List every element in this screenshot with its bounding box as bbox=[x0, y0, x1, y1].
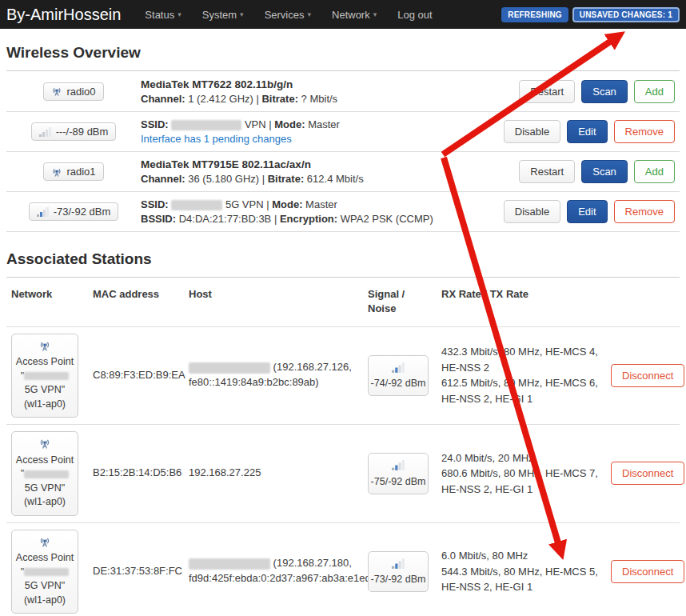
add-button[interactable]: Add bbox=[634, 160, 675, 183]
redacted-hostname bbox=[189, 362, 270, 374]
tx-rate: 680.6 Mbit/s, 80 MHz, HE-MCS 7, HE-NSS 2… bbox=[441, 466, 600, 497]
antenna-icon bbox=[51, 86, 62, 97]
chevron-down-icon: ▾ bbox=[373, 10, 377, 18]
signal-bars-icon bbox=[37, 207, 50, 217]
network-badge-ssid: 5G VPN" bbox=[14, 383, 76, 398]
bssid-line: BSSID: D4:DA:21:77:BD:3B | Encryption: W… bbox=[141, 213, 504, 225]
signal-bars-icon bbox=[392, 558, 405, 569]
network-badge: Access Point " 5G VPN" (wl1-ap0) bbox=[11, 530, 78, 614]
tx-rate: 544.3 Mbit/s, 80 MHz, HE-MCS 5, HE-NSS 2… bbox=[441, 564, 600, 595]
wireless-overview-table: radio0 MediaTek MT7622 802.11b/g/n Chann… bbox=[6, 71, 680, 232]
signal-bars-icon bbox=[392, 362, 405, 373]
network-badge-ifname: (wl1-ap0) bbox=[14, 398, 76, 412]
chevron-down-icon: ▾ bbox=[307, 10, 311, 18]
signal-badge-label: ---/-89 dBm bbox=[56, 126, 109, 138]
disconnect-button[interactable]: Disconnect bbox=[611, 462, 684, 485]
rate-cell: 24.0 Mbit/s, 20 MHz 680.6 Mbit/s, 80 MHz… bbox=[441, 450, 611, 498]
disconnect-button[interactable]: Disconnect bbox=[611, 364, 684, 387]
redacted-text bbox=[24, 470, 69, 478]
radio-device-detail: Channel: 1 (2.412 GHz) | Bitrate: ? Mbit… bbox=[141, 93, 519, 105]
network-badge-type: Access Point bbox=[14, 551, 76, 566]
network-badge: Access Point " 5G VPN" (wl1-ap0) bbox=[11, 431, 78, 516]
nav-item-network[interactable]: Network ▾ bbox=[332, 9, 377, 21]
network-badge-ssid-redacted: " bbox=[14, 467, 76, 482]
radio-device-title: MediaTek MT7622 802.11b/g/n bbox=[141, 78, 519, 90]
remove-button[interactable]: Remove bbox=[614, 200, 675, 223]
col-header-mac: MAC address bbox=[93, 287, 189, 302]
network-badge-type: Access Point bbox=[14, 355, 76, 370]
nav-item-system[interactable]: System ▾ bbox=[202, 9, 244, 21]
wifi-network-row: ---/-89 dBm SSID: VPN | Mode: Master Int… bbox=[6, 111, 680, 151]
radio1-row: radio1 MediaTek MT7915E 802.11ac/ax/n Ch… bbox=[6, 151, 680, 191]
disconnect-button[interactable]: Disconnect bbox=[611, 560, 684, 583]
signal-badge-label: -73/-92 dBm bbox=[370, 574, 426, 585]
antenna-icon bbox=[51, 166, 62, 178]
station-row: Access Point " 5G VPN" (wl1-ap0) DE:31:3… bbox=[6, 522, 680, 616]
edit-button[interactable]: Edit bbox=[567, 120, 607, 143]
rx-rate: 24.0 Mbit/s, 20 MHz bbox=[441, 450, 600, 466]
rx-rate: 6.0 Mbit/s, 80 MHz bbox=[441, 548, 600, 564]
ssid-line: SSID: VPN | Mode: Master bbox=[141, 118, 504, 130]
radio0-row: radio0 MediaTek MT7622 802.11b/g/n Chann… bbox=[6, 71, 680, 111]
app-title: By-AmirHossein bbox=[6, 6, 121, 24]
edit-button[interactable]: Edit bbox=[567, 200, 607, 223]
restart-button[interactable]: Restart bbox=[519, 160, 575, 183]
host-cell: (192.168.27.126, fe80::1419:84a9:b2bc:89… bbox=[189, 360, 368, 390]
radio1-badge: radio1 bbox=[43, 162, 103, 181]
add-button[interactable]: Add bbox=[634, 80, 675, 103]
col-header-rate: RX Rate / TX Rate bbox=[441, 287, 611, 302]
mac-address: B2:15:2B:14:D5:B6 bbox=[93, 466, 189, 481]
nav-item-logout[interactable]: Log out bbox=[397, 9, 432, 21]
redacted-ssid bbox=[171, 120, 241, 130]
signal-badge: ---/-89 dBm bbox=[31, 122, 117, 141]
remove-button[interactable]: Remove bbox=[614, 120, 675, 143]
scan-button[interactable]: Scan bbox=[581, 160, 628, 183]
scan-button[interactable]: Scan bbox=[581, 80, 628, 103]
tx-rate: 612.5 Mbit/s, 80 MHz, HE-MCS 6, HE-NSS 2… bbox=[441, 375, 600, 406]
redacted-text bbox=[24, 372, 69, 380]
station-row: Access Point " 5G VPN" (wl1-ap0) C8:89:F… bbox=[6, 326, 680, 425]
nav-menu: Status ▾ System ▾ Services ▾ Network ▾ L… bbox=[145, 9, 432, 21]
network-badge-type: Access Point bbox=[14, 454, 76, 468]
disable-button[interactable]: Disable bbox=[504, 120, 560, 143]
nav-item-label: System bbox=[202, 9, 237, 21]
network-badge-ifname: (wl1-ap0) bbox=[14, 594, 76, 608]
signal-badge-label: -73/-92 dBm bbox=[54, 206, 111, 218]
radio-device-detail: Channel: 36 (5.180 GHz) | Bitrate: 612.4… bbox=[141, 173, 519, 185]
rate-cell: 6.0 Mbit/s, 80 MHz 544.3 Mbit/s, 80 MHz,… bbox=[441, 548, 611, 595]
disable-button[interactable]: Disable bbox=[504, 200, 560, 223]
stations-table: Network MAC address Host Signal / Noise … bbox=[6, 277, 680, 616]
host-cell: (192.168.27.180, fd9d:425f:ebda:0:2d37:a… bbox=[189, 556, 368, 586]
signal-badge: -73/-92 dBm bbox=[368, 551, 429, 593]
nav-item-label: Status bbox=[145, 9, 174, 21]
network-badge-ssid: 5G VPN" bbox=[14, 579, 76, 594]
ssid-line: SSID: 5G VPN | Mode: Master bbox=[141, 198, 504, 210]
nav-item-services[interactable]: Services ▾ bbox=[265, 9, 311, 21]
nav-item-status[interactable]: Status ▾ bbox=[145, 9, 181, 21]
host-cell: 192.168.27.225 bbox=[189, 466, 368, 481]
signal-badge: -75/-92 dBm bbox=[368, 453, 429, 494]
signal-badge: -73/-92 dBm bbox=[29, 202, 119, 221]
col-header-signal: Signal / Noise bbox=[368, 287, 416, 316]
stations-table-header: Network MAC address Host Signal / Noise … bbox=[6, 277, 680, 326]
signal-badge: -74/-92 dBm bbox=[368, 355, 429, 397]
mac-address: C8:89:F3:ED:B9:EA bbox=[93, 368, 189, 383]
radio-badge-label: radio1 bbox=[66, 166, 95, 178]
radio-device-title: MediaTek MT7915E 802.11ac/ax/n bbox=[141, 158, 519, 170]
top-navbar: By-AmirHossein Status ▾ System ▾ Service… bbox=[0, 0, 686, 29]
redacted-ssid bbox=[171, 200, 222, 210]
restart-button[interactable]: Restart bbox=[519, 80, 575, 103]
nav-item-label: Network bbox=[332, 9, 370, 21]
antenna-icon bbox=[38, 339, 51, 352]
antenna-icon bbox=[38, 437, 51, 450]
signal-badge-label: -74/-92 dBm bbox=[370, 378, 426, 389]
signal-bars-icon bbox=[392, 460, 405, 470]
rx-rate: 432.3 Mbit/s, 80 MHz, HE-MCS 4, HE-NSS 2 bbox=[441, 344, 600, 375]
mac-address: DE:31:37:53:8F:FC bbox=[93, 564, 189, 579]
unsaved-changes-badge[interactable]: UNSAVED CHANGES: 1 bbox=[572, 7, 680, 22]
network-badge-ifname: (wl1-ap0) bbox=[14, 495, 76, 510]
network-badge: Access Point " 5G VPN" (wl1-ap0) bbox=[11, 334, 78, 418]
refreshing-badge[interactable]: REFRESHING bbox=[501, 7, 568, 22]
pending-changes-link[interactable]: Interface has 1 pending changes bbox=[141, 133, 504, 145]
associated-stations-heading: Associated Stations bbox=[6, 250, 680, 268]
